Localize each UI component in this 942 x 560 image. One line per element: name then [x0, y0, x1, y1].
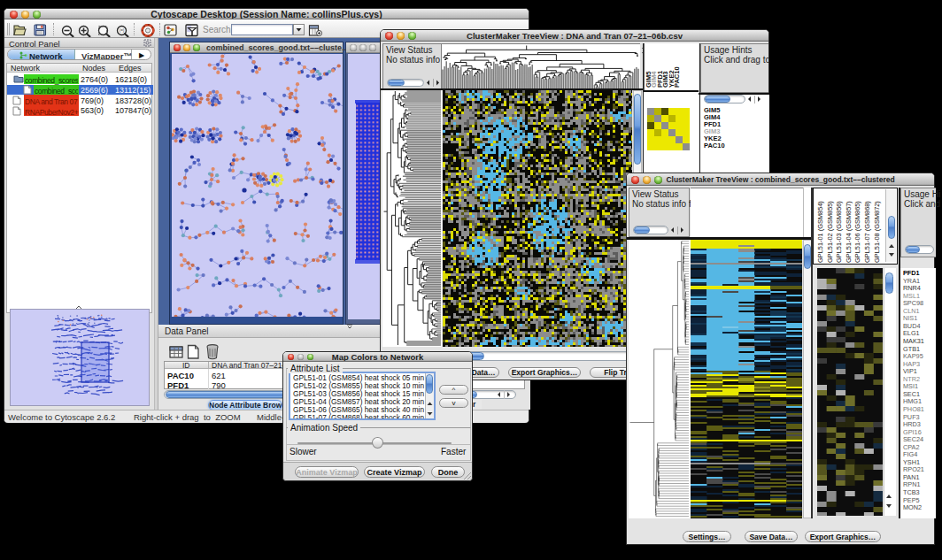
svg-text:GPL51-01 (GSM854): GPL51-01 (GSM854) [816, 201, 824, 263]
svg-text:GPL51-02 (GSM855): GPL51-02 (GSM855) [826, 201, 834, 263]
svg-text:PAC10: PAC10 [673, 66, 681, 88]
svg-text:(=): (=) [120, 28, 125, 33]
svg-text:GPL51-08 (GSM872): GPL51-08 (GSM872) [873, 201, 881, 263]
svg-text:GPL51-04 (GSM857): GPL51-04 (GSM857) [845, 201, 853, 263]
svg-text:GPL51-03 (GSM856): GPL51-03 (GSM856) [835, 201, 843, 263]
svg-text:GPL51-06 (GSM865): GPL51-06 (GSM865) [853, 201, 861, 263]
svg-text:GPL51-07 (GSM868): GPL51-07 (GSM868) [863, 201, 871, 263]
